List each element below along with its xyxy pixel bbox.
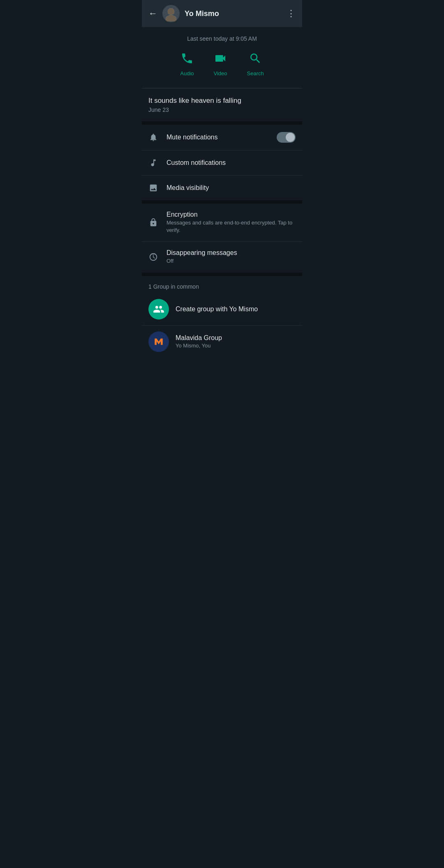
mute-notifications-item[interactable]: Mute notifications [142, 125, 302, 150]
header: ← Yo Mismo ⋮ [142, 0, 302, 27]
media-date: June 23 [148, 106, 296, 113]
malavida-group-text: Malavida Group Yo Mismo, You [176, 334, 296, 349]
notifications-section: Mute notifications Custom notifications … [142, 125, 302, 204]
phone-icon [180, 52, 194, 68]
disappearing-sublabel: Off [166, 257, 296, 265]
disappearing-text: Disappearing messages Off [166, 249, 296, 265]
svg-point-2 [168, 8, 175, 15]
mute-text: Mute notifications [166, 134, 268, 141]
encryption-text: Encryption Messages and calls are end-to… [166, 211, 296, 234]
toggle-knob [286, 133, 295, 142]
bell-icon [148, 132, 158, 142]
media-title: It sounds like heaven is falling [148, 97, 296, 105]
media-vis-text: Media visibility [166, 184, 296, 192]
back-button[interactable]: ← [148, 8, 157, 19]
mute-label: Mute notifications [166, 134, 268, 141]
search-icon [249, 52, 262, 68]
custom-text: Custom notifications [166, 159, 296, 167]
timer-icon [148, 252, 158, 262]
disappearing-label: Disappearing messages [166, 249, 296, 257]
media-section: It sounds like heaven is falling June 23 [142, 88, 302, 125]
security-section: Encryption Messages and calls are end-to… [142, 204, 302, 276]
create-group-avatar [148, 299, 169, 319]
encryption-item[interactable]: Encryption Messages and calls are end-to… [142, 204, 302, 242]
mute-toggle[interactable] [277, 132, 296, 143]
disappearing-messages-item[interactable]: Disappearing messages Off [142, 242, 302, 272]
audio-label: Audio [180, 70, 194, 76]
malavida-group-members: Yo Mismo, You [176, 343, 296, 349]
media-vis-label: Media visibility [166, 184, 296, 192]
create-group-name: Create group with Yo Mismo [176, 306, 296, 313]
actions-row: Audio Video Search [148, 52, 296, 76]
malavida-group-item[interactable]: Malavida Group Yo Mismo, You [142, 326, 302, 358]
video-icon [214, 52, 227, 68]
create-group-item[interactable]: Create group with Yo Mismo [142, 293, 302, 326]
last-seen-text: Last seen today at 9:05 AM [148, 35, 296, 42]
video-label: Video [214, 70, 227, 76]
malavida-group-name: Malavida Group [176, 334, 296, 342]
custom-label: Custom notifications [166, 159, 296, 167]
video-call-button[interactable]: Video [214, 52, 227, 76]
media-visibility-item[interactable]: Media visibility [142, 176, 302, 200]
profile-section: Last seen today at 9:05 AM Audio Video [142, 27, 302, 88]
image-icon [148, 183, 158, 193]
malavida-avatar [148, 331, 169, 352]
groups-section: 1 Group in common Create group with Yo M… [142, 276, 302, 358]
contact-name: Yo Mismo [185, 9, 282, 18]
svg-point-3 [166, 15, 177, 21]
lock-icon [148, 218, 158, 227]
more-options-button[interactable]: ⋮ [287, 8, 296, 19]
search-label: Search [247, 70, 264, 76]
audio-call-button[interactable]: Audio [180, 52, 194, 76]
music-note-icon [148, 158, 158, 168]
avatar [162, 5, 180, 22]
groups-header: 1 Group in common [142, 276, 302, 293]
custom-notifications-item[interactable]: Custom notifications [142, 150, 302, 176]
search-button[interactable]: Search [247, 52, 264, 76]
encryption-label: Encryption [166, 211, 296, 218]
create-group-text: Create group with Yo Mismo [176, 306, 296, 313]
encryption-sublabel: Messages and calls are end-to-end encryp… [166, 219, 296, 234]
